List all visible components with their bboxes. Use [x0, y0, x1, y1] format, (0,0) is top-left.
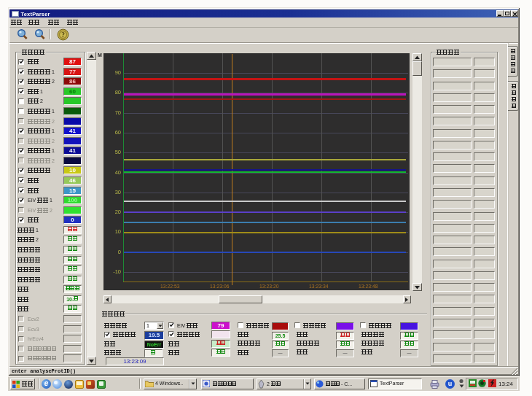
svg-text:?: ? [61, 31, 65, 39]
